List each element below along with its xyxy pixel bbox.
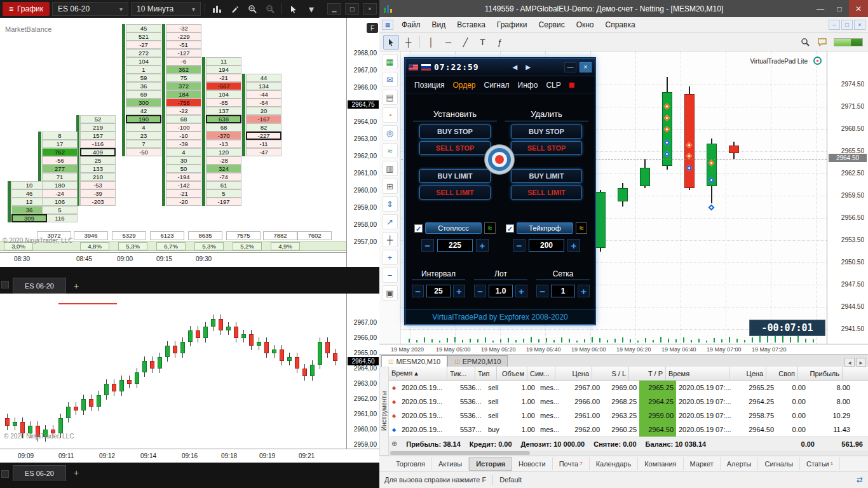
menu-item[interactable]: Сервис — [533, 18, 571, 31]
next-arrow-icon[interactable]: ▶ — [523, 62, 533, 72]
toolbox-side-tab[interactable]: Инструменты — [379, 367, 389, 456]
objects-list-icon[interactable]: ▥ — [383, 161, 398, 176]
trendline-icon[interactable]: ╱ — [458, 35, 473, 50]
stoploss-minus-button[interactable]: − — [421, 239, 434, 252]
window-minimize-icon[interactable]: — — [811, 0, 830, 17]
prev-arrow-icon[interactable]: ◀ — [510, 62, 520, 72]
tab-es-06-20[interactable]: ES 06-20 — [13, 278, 66, 294]
draw-pencil-icon[interactable] — [227, 2, 242, 16]
history-row[interactable]: ◆2020.05.19...5536...sell1.00mes...2966.… — [389, 395, 868, 409]
stoploss-value[interactable]: 225 — [437, 239, 473, 252]
interval-minus-button[interactable]: − — [412, 285, 424, 297]
column-header[interactable]: Время — [666, 367, 729, 380]
vertical-scale-icon[interactable]: ⇕ — [383, 196, 398, 212]
vtp-minimize-button[interactable]: — — [564, 62, 576, 72]
menu-item[interactable]: Файл — [396, 18, 426, 31]
zoom-in-icon[interactable]: + — [383, 250, 398, 265]
grid-value[interactable]: 1 — [551, 285, 575, 297]
set-buy-limit-button[interactable]: BUY LIMIT — [419, 169, 491, 183]
chart-menu-button[interactable]: ≡ График — [3, 2, 50, 16]
nt-upper-price-axis[interactable]: 2964,75 2968,002967,002966,002964,002963… — [346, 18, 379, 267]
menu-item[interactable]: Справка — [600, 18, 641, 31]
bottom-tab-Сигналы[interactable]: Сигналы — [758, 458, 800, 470]
bottom-tab-Новости[interactable]: Новости — [512, 458, 553, 470]
grid-minus-button[interactable]: − — [536, 285, 548, 297]
zoom-out-icon[interactable] — [262, 2, 278, 16]
column-header[interactable]: Прибыль — [798, 367, 843, 380]
layout-icon[interactable]: ▣ — [383, 285, 398, 301]
window-restore-icon[interactable]: ▢ — [345, 3, 359, 15]
add-tab-button[interactable]: + — [67, 465, 85, 480]
vtp-tab-Инфо[interactable]: Инфо — [518, 81, 538, 90]
tab-scroll-right-icon[interactable]: ▸ — [856, 358, 866, 367]
instrument-select[interactable]: ES 06-20 ▾ — [52, 2, 128, 16]
charts-grid-icon[interactable]: ▦ — [383, 54, 398, 69]
mt-time-axis[interactable]: 19 May 202019 May 05:0019 May 05:2019 Ma… — [379, 344, 868, 354]
takeprofit-plus-button[interactable]: + — [567, 239, 580, 252]
window-minimize-icon[interactable]: ▁ — [327, 3, 341, 15]
column-header[interactable]: T / P — [629, 367, 666, 380]
news-icon[interactable]: ▤ — [383, 90, 398, 105]
window-close-icon[interactable]: ✕ — [849, 0, 868, 17]
tab-strip-icon[interactable] — [1, 281, 9, 288]
delete-sell-limit-button[interactable]: SELL LIMIT — [511, 186, 582, 200]
delete-buy-stop-button[interactable]: BUY STOP — [511, 125, 582, 139]
stoploss-wave-icon[interactable]: ≈ — [484, 222, 496, 234]
column-header[interactable]: Тик... — [447, 367, 475, 380]
crosshair-icon[interactable]: ┼ — [383, 232, 398, 247]
column-header[interactable]: Цена — [555, 367, 592, 380]
grid-plus-button[interactable]: + — [578, 285, 590, 297]
add-tab-button[interactable]: + — [67, 278, 85, 294]
tab-es-06-20[interactable]: ES 06-20 — [13, 465, 66, 481]
vtp-tab-Сигнал[interactable]: Сигнал — [484, 81, 510, 90]
stoploss-checkbox[interactable]: ✓ — [414, 224, 423, 233]
chart-style-icon[interactable] — [209, 2, 224, 16]
tab-strip-icon[interactable] — [1, 470, 9, 478]
chart-window-icon[interactable]: ▦ — [382, 20, 393, 30]
column-header[interactable]: S / L — [592, 367, 629, 380]
panel-badge[interactable]: F — [367, 23, 378, 33]
timeframe-select[interactable]: 10 Минута ▾ — [131, 2, 201, 16]
set-sell-limit-button[interactable]: SELL LIMIT — [419, 186, 491, 200]
menu-item[interactable]: Вид — [426, 18, 452, 31]
delete-sell-stop-button[interactable]: SELL STOP — [511, 141, 582, 155]
nt-lower-price-axis[interactable]: 2964,50 2967,002966,002965,002964,002963… — [346, 294, 379, 449]
bottom-tab-Статьи[interactable]: Статьи1 — [800, 458, 840, 470]
chart-tab[interactable]: ◫EPM20,M10 — [447, 355, 508, 367]
expand-plus-icon[interactable]: ⊕ — [391, 440, 397, 448]
takeprofit-value[interactable]: 200 — [529, 239, 564, 252]
delete-buy-limit-button[interactable]: BUY LIMIT — [511, 169, 582, 183]
stoploss-plus-button[interactable]: + — [476, 239, 489, 252]
takeprofit-minus-button[interactable]: − — [513, 239, 526, 252]
set-buy-stop-button[interactable]: BUY STOP — [419, 125, 491, 139]
column-header[interactable]: Сим... — [527, 367, 555, 380]
bottom-tab-Торговля[interactable]: Торговля — [390, 458, 432, 470]
grid-icon[interactable]: ⊞ — [383, 179, 398, 194]
lot-plus-button[interactable]: + — [515, 285, 527, 297]
column-header[interactable]: Цена — [729, 367, 766, 380]
column-header[interactable]: Объем — [497, 367, 527, 380]
cursor-icon[interactable] — [383, 35, 399, 50]
vtp-tab-Ордер[interactable]: Ордер — [452, 81, 475, 90]
crosshair-icon[interactable]: ┼ — [400, 35, 416, 50]
expand-icon[interactable]: ↗ — [383, 214, 398, 229]
vertical-line-icon[interactable]: │ — [423, 35, 439, 50]
takeprofit-wave-icon[interactable]: ≈ — [576, 222, 587, 234]
bottom-tab-Почта[interactable]: Почта7 — [553, 458, 590, 470]
cursor-icon[interactable] — [286, 2, 301, 16]
zoom-out-icon[interactable]: − — [383, 268, 398, 283]
chart-tab[interactable]: ◫MESM20,M10 — [381, 355, 447, 367]
text-tool-icon[interactable]: T — [475, 35, 491, 50]
vtp-tab-CLP[interactable]: CLP — [546, 81, 560, 90]
chat-icon[interactable] — [814, 35, 830, 50]
child-close-icon[interactable]: × — [854, 20, 865, 30]
bottom-tab-История[interactable]: История — [469, 457, 512, 471]
lot-value[interactable]: 1.0 — [489, 285, 513, 297]
column-header[interactable]: Тип — [475, 367, 497, 380]
child-minimize-icon[interactable]: – — [829, 20, 840, 30]
mt-price-scale[interactable]: 2964.50 2974.502971.502968.502965.502962… — [827, 51, 868, 344]
window-close-icon[interactable]: × — [363, 3, 377, 15]
vtp-close-button[interactable]: × — [580, 62, 592, 72]
tab-scroll-left-icon[interactable]: ◂ — [844, 358, 855, 367]
indicator-wave-icon[interactable]: ≈ — [383, 143, 398, 158]
